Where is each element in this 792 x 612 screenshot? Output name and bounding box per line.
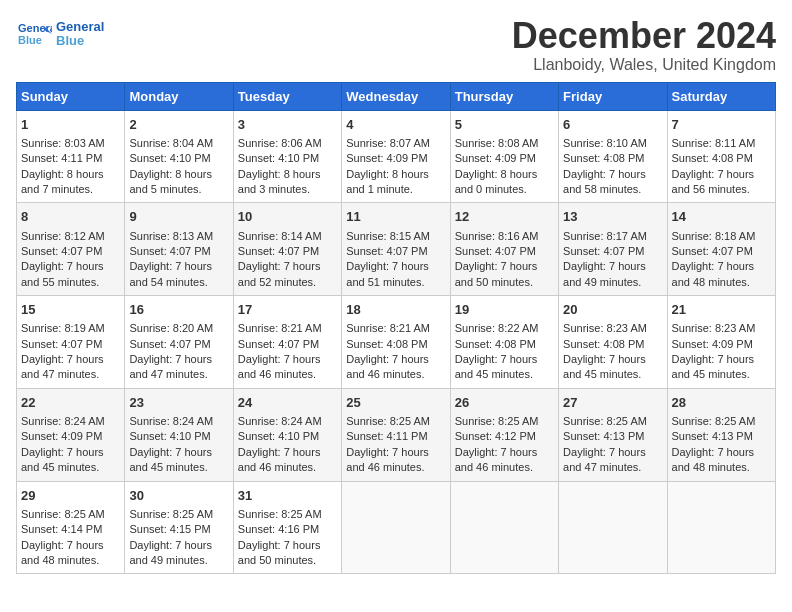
weekday-header-thursday: Thursday [450, 82, 558, 110]
day-info-line: Sunrise: 8:17 AM [563, 229, 662, 244]
day-info-line: Daylight: 7 hours [129, 352, 228, 367]
day-number: 25 [346, 394, 445, 412]
day-number: 3 [238, 116, 337, 134]
day-info-line: Sunset: 4:15 PM [129, 522, 228, 537]
day-number: 16 [129, 301, 228, 319]
day-info-line: and 46 minutes. [455, 460, 554, 475]
day-info-line: and 46 minutes. [238, 460, 337, 475]
weekday-header-row: SundayMondayTuesdayWednesdayThursdayFrid… [17, 82, 776, 110]
day-number: 17 [238, 301, 337, 319]
day-cell: 18Sunrise: 8:21 AMSunset: 4:08 PMDayligh… [342, 296, 450, 389]
day-info-line: Sunrise: 8:13 AM [129, 229, 228, 244]
week-row-4: 22Sunrise: 8:24 AMSunset: 4:09 PMDayligh… [17, 388, 776, 481]
day-number: 6 [563, 116, 662, 134]
week-row-5: 29Sunrise: 8:25 AMSunset: 4:14 PMDayligh… [17, 481, 776, 574]
day-number: 26 [455, 394, 554, 412]
day-info-line: Sunrise: 8:25 AM [21, 507, 120, 522]
day-info-line: Sunset: 4:07 PM [129, 337, 228, 352]
day-info-line: Sunrise: 8:10 AM [563, 136, 662, 151]
day-info-line: and 5 minutes. [129, 182, 228, 197]
day-cell: 31Sunrise: 8:25 AMSunset: 4:16 PMDayligh… [233, 481, 341, 574]
day-cell: 20Sunrise: 8:23 AMSunset: 4:08 PMDayligh… [559, 296, 667, 389]
day-cell: 14Sunrise: 8:18 AMSunset: 4:07 PMDayligh… [667, 203, 775, 296]
logo-icon: General Blue [16, 16, 52, 52]
day-info-line: and 49 minutes. [129, 553, 228, 568]
day-info-line: Sunset: 4:08 PM [563, 151, 662, 166]
day-info-line: and 0 minutes. [455, 182, 554, 197]
day-info-line: and 3 minutes. [238, 182, 337, 197]
day-info-line: and 45 minutes. [563, 367, 662, 382]
day-info-line: Daylight: 7 hours [346, 259, 445, 274]
title-area: December 2024 Llanboidy, Wales, United K… [512, 16, 776, 74]
weekday-header-tuesday: Tuesday [233, 82, 341, 110]
day-number: 14 [672, 208, 771, 226]
weekday-header-saturday: Saturday [667, 82, 775, 110]
week-row-1: 1Sunrise: 8:03 AMSunset: 4:11 PMDaylight… [17, 110, 776, 203]
weekday-header-friday: Friday [559, 82, 667, 110]
day-info-line: Daylight: 7 hours [672, 167, 771, 182]
day-info-line: and 1 minute. [346, 182, 445, 197]
week-row-2: 8Sunrise: 8:12 AMSunset: 4:07 PMDaylight… [17, 203, 776, 296]
day-info-line: Sunrise: 8:18 AM [672, 229, 771, 244]
header: General Blue General Blue December 2024 … [16, 16, 776, 74]
day-info-line: Daylight: 7 hours [672, 352, 771, 367]
day-info-line: and 46 minutes. [346, 460, 445, 475]
day-info-line: Sunrise: 8:25 AM [563, 414, 662, 429]
day-info-line: Daylight: 7 hours [346, 445, 445, 460]
day-info-line: Sunrise: 8:16 AM [455, 229, 554, 244]
day-info-line: Sunset: 4:13 PM [563, 429, 662, 444]
day-info-line: Sunrise: 8:24 AM [238, 414, 337, 429]
day-info-line: Sunset: 4:07 PM [21, 244, 120, 259]
day-info-line: Sunset: 4:07 PM [672, 244, 771, 259]
day-number: 12 [455, 208, 554, 226]
day-info-line: Sunset: 4:07 PM [455, 244, 554, 259]
day-info-line: Sunrise: 8:15 AM [346, 229, 445, 244]
day-number: 10 [238, 208, 337, 226]
day-info-line: and 54 minutes. [129, 275, 228, 290]
day-info-line: Daylight: 8 hours [129, 167, 228, 182]
day-info-line: Sunset: 4:07 PM [563, 244, 662, 259]
day-cell: 27Sunrise: 8:25 AMSunset: 4:13 PMDayligh… [559, 388, 667, 481]
day-info-line: Sunrise: 8:25 AM [672, 414, 771, 429]
day-info-line: Sunset: 4:11 PM [21, 151, 120, 166]
day-info-line: Sunset: 4:10 PM [238, 429, 337, 444]
svg-text:General: General [18, 22, 52, 34]
day-info-line: Daylight: 7 hours [672, 259, 771, 274]
day-cell: 6Sunrise: 8:10 AMSunset: 4:08 PMDaylight… [559, 110, 667, 203]
day-number: 24 [238, 394, 337, 412]
day-cell: 26Sunrise: 8:25 AMSunset: 4:12 PMDayligh… [450, 388, 558, 481]
day-info-line: Sunset: 4:09 PM [672, 337, 771, 352]
day-info-line: and 48 minutes. [672, 275, 771, 290]
day-number: 30 [129, 487, 228, 505]
day-info-line: Daylight: 7 hours [238, 259, 337, 274]
day-info-line: Sunrise: 8:03 AM [21, 136, 120, 151]
day-info-line: Daylight: 7 hours [129, 445, 228, 460]
day-info-line: and 48 minutes. [21, 553, 120, 568]
day-cell: 17Sunrise: 8:21 AMSunset: 4:07 PMDayligh… [233, 296, 341, 389]
location: Llanboidy, Wales, United Kingdom [512, 56, 776, 74]
day-number: 4 [346, 116, 445, 134]
day-info-line: Daylight: 7 hours [238, 352, 337, 367]
day-info-line: Sunrise: 8:08 AM [455, 136, 554, 151]
day-cell [342, 481, 450, 574]
day-cell [667, 481, 775, 574]
day-info-line: Sunrise: 8:11 AM [672, 136, 771, 151]
day-info-line: Daylight: 7 hours [238, 538, 337, 553]
day-info-line: and 7 minutes. [21, 182, 120, 197]
day-number: 27 [563, 394, 662, 412]
day-number: 15 [21, 301, 120, 319]
day-cell: 3Sunrise: 8:06 AMSunset: 4:10 PMDaylight… [233, 110, 341, 203]
day-number: 11 [346, 208, 445, 226]
day-info-line: Sunset: 4:12 PM [455, 429, 554, 444]
day-info-line: and 50 minutes. [455, 275, 554, 290]
day-cell: 30Sunrise: 8:25 AMSunset: 4:15 PMDayligh… [125, 481, 233, 574]
day-number: 18 [346, 301, 445, 319]
day-info-line: Sunrise: 8:25 AM [455, 414, 554, 429]
day-info-line: Daylight: 7 hours [129, 538, 228, 553]
day-info-line: Sunrise: 8:06 AM [238, 136, 337, 151]
day-cell: 12Sunrise: 8:16 AMSunset: 4:07 PMDayligh… [450, 203, 558, 296]
day-cell: 22Sunrise: 8:24 AMSunset: 4:09 PMDayligh… [17, 388, 125, 481]
day-info-line: Sunset: 4:07 PM [21, 337, 120, 352]
day-cell: 7Sunrise: 8:11 AMSunset: 4:08 PMDaylight… [667, 110, 775, 203]
day-info-line: Sunset: 4:10 PM [129, 151, 228, 166]
